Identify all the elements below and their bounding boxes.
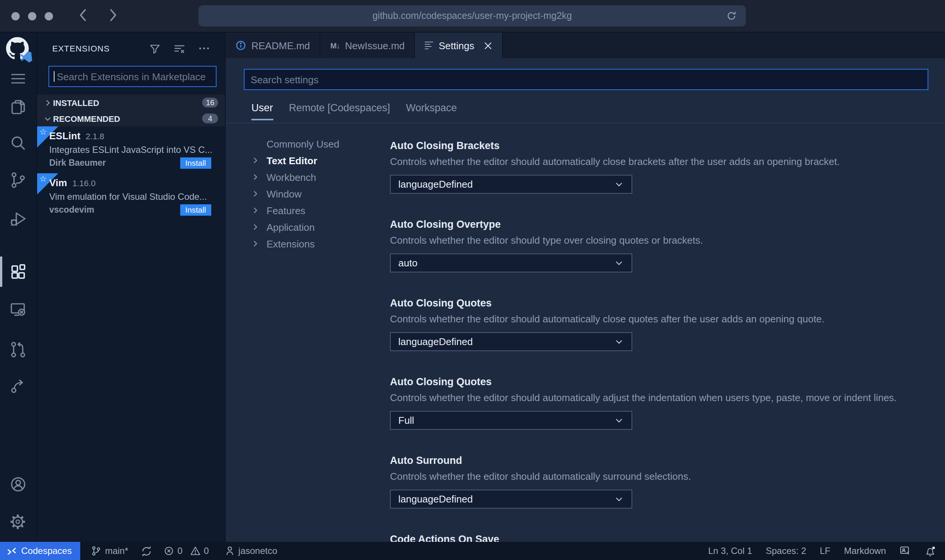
toc-text-editor[interactable]: Text Editor	[251, 152, 339, 169]
toc-application[interactable]: Application	[251, 219, 339, 235]
settings-gear-icon[interactable]	[0, 513, 36, 530]
install-button[interactable]: Install	[180, 204, 211, 216]
section-recommended[interactable]: RECOMMENDED 4	[37, 110, 225, 126]
extension-description: Integrates ESLint JavaScript into VS C..…	[49, 145, 212, 155]
vscode-logo-icon	[20, 51, 32, 64]
text-caret	[54, 71, 55, 82]
section-label: RECOMMENDED	[53, 114, 120, 123]
toc-extensions[interactable]: Extensions	[251, 235, 339, 252]
close-tab-icon[interactable]	[484, 41, 493, 50]
chevron-right-icon	[251, 239, 261, 248]
toc-features[interactable]: Features	[251, 202, 339, 219]
extension-version: 2.1.8	[86, 132, 104, 141]
menu-icon[interactable]	[0, 72, 36, 86]
remote-label: Codespaces	[21, 546, 72, 556]
settings-search-box[interactable]	[244, 69, 928, 90]
source-control-icon[interactable]	[0, 171, 36, 189]
scope-tab-remote[interactable]: Remote [Codespaces]	[289, 102, 390, 120]
feedback-icon[interactable]	[900, 546, 911, 556]
user-name: jasonetco	[239, 546, 278, 556]
tab-label: README.md	[251, 40, 310, 51]
setting-auto-surround: Auto Surround Controls whether the edito…	[390, 455, 920, 534]
notifications-bell-icon[interactable]	[925, 545, 936, 557]
scope-tab-workspace[interactable]: Workspace	[406, 102, 457, 120]
setting-auto-closing-overtype: Auto Closing Overtype Controls whether t…	[390, 219, 920, 297]
setting-dropdown[interactable]: auto	[390, 254, 632, 272]
explorer-icon[interactable]	[0, 98, 36, 116]
toc-workbench[interactable]: Workbench	[251, 169, 339, 185]
window-close-button[interactable]	[11, 12, 20, 20]
search-icon[interactable]	[0, 134, 36, 152]
chevron-down-icon	[614, 415, 624, 425]
address-bar[interactable]: github.com/codespaces/user-my-project-mg…	[198, 5, 746, 26]
setting-dropdown[interactable]: languageDefined	[390, 332, 632, 351]
tab-newissue[interactable]: M↓ NewIssue.md	[321, 33, 415, 58]
tab-settings[interactable]: Settings	[415, 33, 503, 58]
tab-readme[interactable]: README.md	[226, 33, 321, 58]
scope-tab-user[interactable]: User	[251, 102, 273, 120]
indentation[interactable]: Spaces: 2	[766, 546, 806, 556]
pull-request-icon[interactable]	[0, 341, 36, 359]
sync-icon	[141, 545, 153, 557]
eol-sequence[interactable]: LF	[820, 546, 830, 556]
run-debug-icon[interactable]	[0, 210, 36, 228]
window-minimize-button[interactable]	[28, 12, 36, 20]
user-status[interactable]: jasonetco	[225, 546, 278, 556]
dropdown-value: auto	[398, 257, 418, 269]
extension-search-input[interactable]	[57, 71, 211, 82]
chevron-down-icon	[614, 337, 624, 347]
refresh-icon[interactable]	[726, 11, 737, 21]
problems-status[interactable]: 0 0	[164, 546, 209, 556]
chevron-down-icon	[614, 179, 624, 189]
clear-extension-search-icon[interactable]	[173, 43, 186, 54]
branch-icon	[90, 546, 101, 556]
setting-description: Controls whether the editor should type …	[390, 235, 920, 247]
setting-dropdown[interactable]: languageDefined	[390, 175, 632, 194]
account-icon[interactable]	[0, 475, 36, 493]
browser-titlebar: github.com/codespaces/user-my-project-mg…	[0, 0, 945, 33]
dropdown-value: languageDefined	[398, 179, 473, 190]
tab-label: Settings	[439, 40, 474, 51]
extension-publisher: Dirk Baeumer	[49, 158, 106, 167]
language-mode[interactable]: Markdown	[844, 546, 886, 556]
chevron-right-icon	[43, 98, 52, 107]
share-forward-icon[interactable]	[0, 376, 36, 394]
filter-icon[interactable]	[149, 43, 161, 54]
window-controls	[11, 12, 53, 20]
browser-window: github.com/codespaces/user-my-project-mg…	[0, 0, 945, 560]
remote-icon	[7, 546, 17, 556]
panel-title: EXTENSIONS	[52, 44, 110, 53]
window-maximize-button[interactable]	[45, 12, 53, 20]
extension-list-item-eslint[interactable]: ☆ ESLint2.1.8 Integrates ESLint JavaScri…	[37, 126, 225, 173]
remote-indicator[interactable]: Codespaces	[0, 542, 80, 560]
toc-commonly-used[interactable]: Commonly Used	[251, 135, 339, 152]
section-installed[interactable]: INSTALLED 16	[37, 95, 225, 110]
extensions-icon[interactable]	[0, 263, 36, 281]
settings-search-input[interactable]	[251, 74, 922, 85]
more-actions-icon[interactable]	[198, 43, 210, 54]
sync-status[interactable]	[141, 545, 153, 557]
divider	[226, 123, 945, 123]
tab-label: NewIssue.md	[345, 40, 405, 51]
browser-forward-icon[interactable]	[109, 8, 117, 22]
chevron-right-icon	[251, 222, 261, 232]
remote-explorer-icon[interactable]	[0, 300, 36, 319]
settings-editor: User Remote [Codespaces] Workspace Commo…	[226, 58, 945, 542]
extension-list-item-vim[interactable]: ☆ Vim1.16.0 Vim emulation for Visual Stu…	[37, 173, 225, 219]
setting-description: Controls whether the editor should autom…	[390, 313, 920, 325]
setting-dropdown[interactable]: languageDefined	[390, 490, 632, 509]
browser-back-icon[interactable]	[79, 8, 87, 22]
branch-status[interactable]: main*	[90, 546, 128, 556]
cursor-position[interactable]: Ln 3, Col 1	[708, 546, 752, 556]
settings-list-icon	[425, 41, 434, 50]
extension-search-box[interactable]	[48, 66, 217, 87]
activity-bar	[0, 33, 37, 542]
toc-window[interactable]: Window	[251, 185, 339, 202]
settings-toc: Commonly Used Text Editor Workbench Wind…	[251, 135, 339, 252]
editor-tabs: README.md M↓ NewIssue.md Settings	[226, 33, 945, 58]
install-button[interactable]: Install	[180, 157, 211, 169]
warning-icon	[190, 546, 201, 556]
chevron-right-icon	[251, 189, 261, 198]
branch-name: main*	[105, 546, 128, 556]
setting-dropdown[interactable]: Full	[390, 411, 632, 430]
